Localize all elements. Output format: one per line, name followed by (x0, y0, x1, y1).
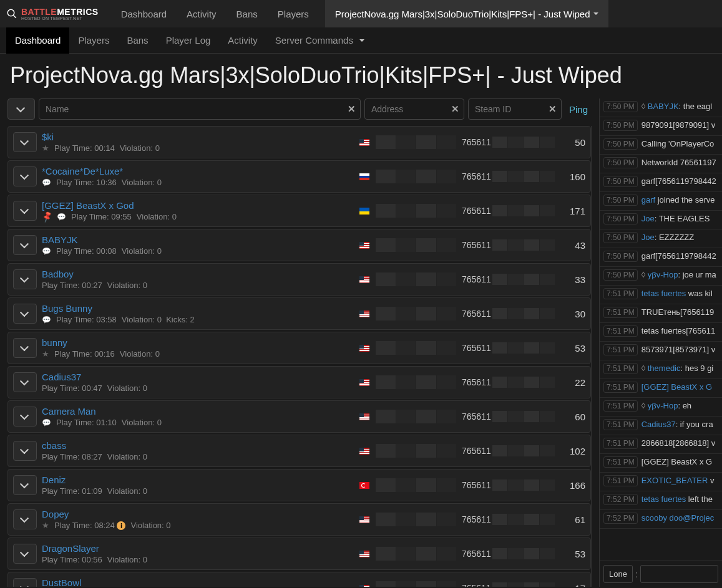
chat-username[interactable]: yβv-Hop (648, 270, 678, 279)
player-name-link[interactable]: bunny (42, 337, 353, 348)
chat-username[interactable]: garf (642, 195, 655, 205)
subnav-players[interactable]: Players (69, 27, 118, 54)
info-icon: i (117, 521, 125, 530)
flag-us-icon (359, 516, 369, 523)
chat-username[interactable]: Joe (642, 214, 655, 223)
flag-us-icon (359, 345, 369, 352)
player-meta: Play Time: 00:56 Violation: 0 (42, 555, 353, 564)
expand-player-button[interactable] (13, 544, 37, 564)
expand-player-button[interactable] (13, 269, 37, 289)
clear-address-icon[interactable]: ✕ (451, 104, 459, 115)
logo[interactable]: BATTLEMETRICS HOSTED ON TEMPEST.NET (6, 7, 99, 21)
violation-count: Violation: 0 (122, 246, 162, 256)
expand-player-button[interactable] (13, 441, 37, 461)
chat-username[interactable]: scooby doo@Projec (642, 513, 715, 523)
expand-player-button[interactable] (13, 509, 37, 529)
subnav-activity[interactable]: Activity (219, 27, 266, 54)
chat-message: : joe ur ma (678, 270, 716, 279)
chat-line: 7:50 PMNetworkId 76561197 (600, 155, 722, 173)
player-list[interactable]: $ki ★ Play Time: 00:14 Violation: 0 7656… (7, 126, 592, 587)
violation-count: Violation: 0 (120, 143, 160, 153)
expand-all-button[interactable] (7, 99, 35, 120)
chat-username[interactable]: Joe (642, 233, 655, 242)
nav-players[interactable]: Players (268, 0, 319, 27)
chat-line: 7:50 PM◊ yβv-Hop: joe ur ma (600, 267, 722, 286)
chat-timestamp: 7:51 PM (603, 400, 638, 412)
chat-message: : the eagl (679, 102, 713, 111)
player-name-link[interactable]: Dopey (42, 509, 353, 519)
steamid-filter-input[interactable] (468, 99, 562, 120)
player-name-link[interactable]: Bugs Bunny (42, 303, 353, 314)
subnav-commands[interactable]: Server Commands (266, 27, 373, 54)
nav-bans[interactable]: Bans (227, 0, 268, 27)
chat-message-input[interactable] (640, 565, 718, 583)
expand-player-button[interactable] (13, 338, 37, 358)
name-filter-input[interactable] (39, 99, 361, 120)
chat-timestamp: 7:51 PM (603, 363, 638, 374)
chevron-down-icon (21, 311, 29, 316)
chat-timestamp: 7:50 PM (603, 232, 638, 243)
address-filter-input[interactable] (364, 99, 464, 120)
search-icon (6, 8, 17, 19)
top-nav: BATTLEMETRICS HOSTED ON TEMPEST.NET Dash… (0, 0, 722, 27)
chat-username[interactable]: [GGEZ] BeastX x G (642, 382, 712, 392)
chat-message: : if you cra (676, 420, 713, 429)
expand-player-button[interactable] (13, 235, 37, 255)
expand-player-button[interactable] (13, 578, 37, 587)
player-name-link[interactable]: Deniz (42, 475, 353, 485)
chat-message: : THE EAGLES (655, 214, 710, 223)
ip-address-redacted (376, 238, 457, 252)
player-name-link[interactable]: DustBowl (42, 577, 353, 587)
player-name-link[interactable]: $ki (42, 132, 353, 142)
chat-line: 7:51 PM◊ yβv-Hop: eh (600, 398, 722, 417)
player-name-link[interactable]: Camera Man (42, 406, 353, 417)
expand-player-button[interactable] (13, 372, 37, 392)
steam-id-redacted (492, 239, 555, 251)
ping-sort-link[interactable]: Ping (565, 99, 592, 120)
chevron-down-icon (21, 551, 29, 556)
subnav-dashboard[interactable]: Dashboard (6, 27, 69, 54)
chat-line: 7:51 PMtetas fuertes[765611 (600, 323, 722, 342)
server-dropdown[interactable]: ProjectNova.gg Mars|3x|SoloDuoTrio|Kits|… (325, 0, 609, 27)
player-name-link[interactable]: BABYJK (42, 234, 353, 245)
ping-value: 61 (560, 514, 585, 525)
expand-player-button[interactable] (13, 407, 37, 427)
player-name-link[interactable]: DragonSlayer (42, 543, 353, 554)
chat-username[interactable]: themedic (648, 364, 681, 373)
player-name-link[interactable]: *Cocaine*De*Luxe* (42, 166, 353, 176)
ping-value: 102 (560, 446, 585, 456)
flag-us-icon (359, 448, 369, 455)
chat-log[interactable]: 7:50 PM◊ BABYJK: the eagl7:50 PM9879091[… (600, 99, 722, 561)
chat-username[interactable]: Cadius37 (642, 420, 676, 429)
expand-player-button[interactable] (13, 201, 37, 221)
player-name-link[interactable]: Cadius37 (42, 372, 353, 382)
expand-player-button[interactable] (13, 304, 37, 324)
clear-name-icon[interactable]: ✕ (348, 104, 356, 115)
chat-channel-select[interactable]: Lone (603, 565, 633, 583)
country-flag (358, 311, 371, 317)
chat-username[interactable]: BABYJK (648, 102, 679, 111)
nav-activity[interactable]: Activity (177, 0, 227, 27)
chat-message: tetas fuertes[765611 (642, 326, 716, 335)
player-name-link[interactable]: cbass (42, 440, 353, 451)
nav-dashboard[interactable]: Dashboard (111, 0, 177, 27)
violation-count: Violation: 0 (122, 418, 162, 427)
chevron-down-icon (21, 345, 29, 350)
clear-steamid-icon[interactable]: ✕ (549, 104, 557, 115)
chat-username[interactable]: yβv-Hop (648, 401, 678, 410)
subnav-playerlog[interactable]: Player Log (157, 27, 220, 54)
chat-username[interactable]: EXOTIC_BEATER (642, 476, 708, 485)
chat-line: 7:50 PM◊ BABYJK: the eagl (600, 99, 722, 117)
expand-player-button[interactable] (13, 166, 37, 186)
subnav-bans[interactable]: Bans (118, 27, 157, 54)
player-name-link[interactable]: Badboy (42, 269, 353, 279)
chat-input-row: Lone : (600, 561, 722, 587)
chat-username[interactable]: tetas fuertes (642, 289, 686, 298)
ping-value: 53 (560, 343, 585, 354)
expand-player-button[interactable] (13, 475, 37, 495)
player-name-link[interactable]: [GGEZ] BeastX x God (42, 200, 353, 211)
chat-username[interactable]: tetas fuertes (642, 494, 686, 504)
svg-point-0 (7, 9, 14, 16)
expand-player-button[interactable] (13, 132, 37, 152)
chat-timestamp: 7:52 PM (603, 513, 638, 524)
